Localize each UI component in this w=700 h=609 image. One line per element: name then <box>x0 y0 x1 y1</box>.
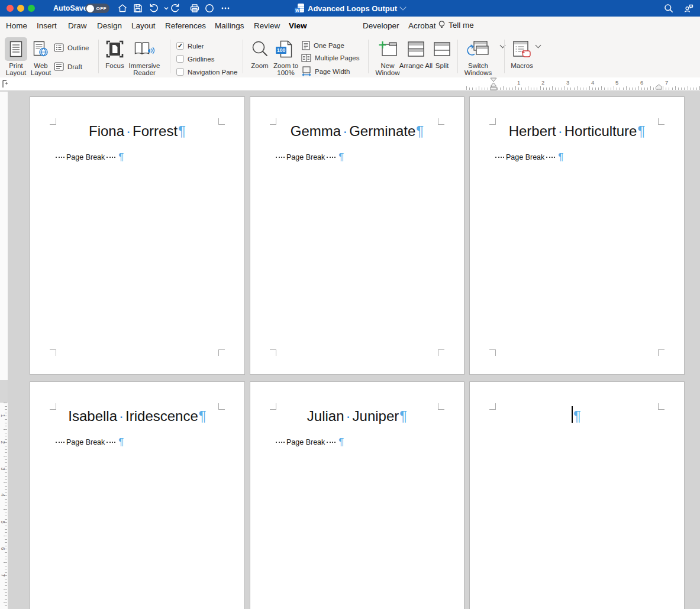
navigation-pane-checkbox[interactable]: Navigation Pane <box>176 68 237 76</box>
title-dropdown-icon[interactable] <box>399 4 406 10</box>
space-mark: · <box>341 123 349 139</box>
minimize-window-button[interactable] <box>17 5 24 12</box>
tab-review[interactable]: Review <box>254 21 280 30</box>
zoom-icon <box>251 40 269 58</box>
checkbox-unchecked-icon <box>176 55 184 63</box>
document-canvas[interactable]: 1 2 3 4 5 6 7 Fiona·Forrest¶ Page Break¶… <box>0 92 700 609</box>
page-break-mark: Page Break¶ <box>54 436 124 448</box>
autosave-label: AutoSave <box>53 4 88 12</box>
group-separator <box>243 40 243 73</box>
print-icon[interactable] <box>189 3 200 14</box>
horizontal-ruler[interactable]: 1 2 3 4 5 6 7 <box>0 77 700 91</box>
focus-button[interactable]: Focus <box>101 37 129 69</box>
ruler-checkbox[interactable]: ✓ Ruler <box>176 42 204 50</box>
margin-corner-mark <box>218 349 225 356</box>
zoom-to-100-button[interactable]: 100 Zoom to 100% <box>267 37 304 76</box>
circle-icon[interactable] <box>204 3 215 14</box>
tell-me-control[interactable]: Tell me <box>438 20 474 30</box>
page-title-text[interactable]: Isabella·Iridescence¶ <box>30 408 244 425</box>
margin-corner-mark <box>270 349 276 356</box>
redo-icon[interactable] <box>170 3 180 14</box>
vertical-ruler-ticks <box>0 403 8 609</box>
new-window-icon <box>378 40 398 58</box>
vertical-ruler-margin <box>0 380 8 403</box>
ruler-number: 1 <box>517 79 520 86</box>
word-app-icon: W <box>295 4 304 13</box>
document-page-6[interactable]: ¶ <box>469 381 685 609</box>
indent-markers[interactable] <box>489 77 498 90</box>
tab-mailings[interactable]: Mailings <box>215 21 244 30</box>
page-width-icon <box>302 66 311 76</box>
zoom-window-button[interactable] <box>28 5 35 12</box>
close-window-button[interactable] <box>7 5 14 12</box>
macros-icon <box>512 40 532 58</box>
zoom-100-badge: 100 <box>276 47 286 54</box>
tab-insert[interactable]: Insert <box>37 21 57 30</box>
page-title-text[interactable]: Gemma·Germinate¶ <box>250 123 464 140</box>
switch-windows-button[interactable]: Switch Windows <box>460 37 496 76</box>
tab-selector-icon[interactable] <box>2 80 9 89</box>
search-icon[interactable] <box>663 3 674 14</box>
page-break-mark: Page Break¶ <box>493 151 563 163</box>
ruler-number: 3 <box>0 467 6 470</box>
document-title: Advanced Loops Output <box>308 4 397 13</box>
split-button[interactable]: Split <box>427 37 457 69</box>
web-layout-button[interactable]: Web Layout <box>27 37 55 76</box>
multiple-pages-icon <box>301 54 311 62</box>
tab-home[interactable]: Home <box>6 21 27 30</box>
pilcrow-mark: ¶ <box>416 123 424 139</box>
tab-view[interactable]: View <box>289 21 307 30</box>
immersive-reader-button[interactable]: Immersive Reader <box>125 37 163 76</box>
page-width-button[interactable]: Page Width <box>302 66 350 76</box>
more-commands-icon[interactable] <box>220 3 231 14</box>
ruler-number: 6 <box>640 79 643 86</box>
page-title-text[interactable]: Herbert·Horticulture¶ <box>470 123 684 140</box>
pilcrow-mark: ¶ <box>573 408 581 424</box>
draft-button[interactable]: Draft <box>54 62 82 71</box>
undo-icon[interactable] <box>149 3 159 14</box>
margin-corner-mark <box>50 349 56 356</box>
page-title-text[interactable]: Julian·Juniper¶ <box>250 408 464 425</box>
one-page-button[interactable]: One Page <box>302 41 344 50</box>
space-mark: · <box>124 123 133 139</box>
space-mark: · <box>556 123 564 139</box>
page-title-text[interactable]: ¶ <box>470 408 684 425</box>
ruler-number: 2 <box>541 79 544 86</box>
ruler-number: 2 <box>0 440 6 443</box>
save-icon[interactable] <box>133 3 143 14</box>
home-icon[interactable] <box>117 3 128 14</box>
group-separator <box>170 40 170 73</box>
document-page-5[interactable]: Julian·Juniper¶ Page Break¶ <box>250 381 464 609</box>
space-mark: · <box>344 408 353 424</box>
document-page-1[interactable]: Fiona·Forrest¶ Page Break¶ <box>30 96 245 375</box>
right-indent-marker[interactable] <box>655 84 663 90</box>
multiple-pages-button[interactable]: Multiple Pages <box>301 54 359 62</box>
gridlines-checkbox[interactable]: Gridlines <box>176 55 214 63</box>
page-break-mark: Page Break¶ <box>274 151 344 163</box>
autosave-toggle[interactable]: OFF <box>85 4 109 13</box>
contacts-icon[interactable] <box>683 3 694 14</box>
tab-design[interactable]: Design <box>97 21 122 30</box>
one-page-icon <box>302 41 310 50</box>
document-page-4[interactable]: Isabella·Iridescence¶ Page Break¶ <box>30 381 245 609</box>
page-title-text[interactable]: Fiona·Forrest¶ <box>30 123 244 140</box>
ruler-number: 7 <box>0 574 6 576</box>
pilcrow-mark: ¶ <box>118 151 124 163</box>
macros-button[interactable]: Macros <box>507 37 537 69</box>
outline-button[interactable]: Outline <box>54 43 89 52</box>
tab-developer[interactable]: Developer <box>363 21 399 30</box>
vertical-ruler[interactable]: 1 2 3 4 5 6 7 <box>0 92 8 609</box>
print-layout-button[interactable]: Print Layout <box>2 37 30 76</box>
tab-references[interactable]: References <box>165 21 206 30</box>
document-page-2[interactable]: Gemma·Germinate¶ Page Break¶ <box>250 96 464 375</box>
ruler-number: 1 <box>0 414 6 417</box>
undo-dropdown-icon[interactable] <box>161 3 167 14</box>
pilcrow-mark: ¶ <box>118 436 124 448</box>
document-page-3[interactable]: Herbert·Horticulture¶ Page Break¶ <box>469 96 685 375</box>
tab-draw[interactable]: Draw <box>68 21 87 30</box>
tab-acrobat[interactable]: Acrobat <box>408 21 436 30</box>
tell-me-label: Tell me <box>449 21 474 30</box>
tab-layout[interactable]: Layout <box>131 21 156 30</box>
ribbon-tab-row: Home Insert Draw Design Layout Reference… <box>0 17 700 35</box>
lightbulb-icon <box>438 20 446 30</box>
